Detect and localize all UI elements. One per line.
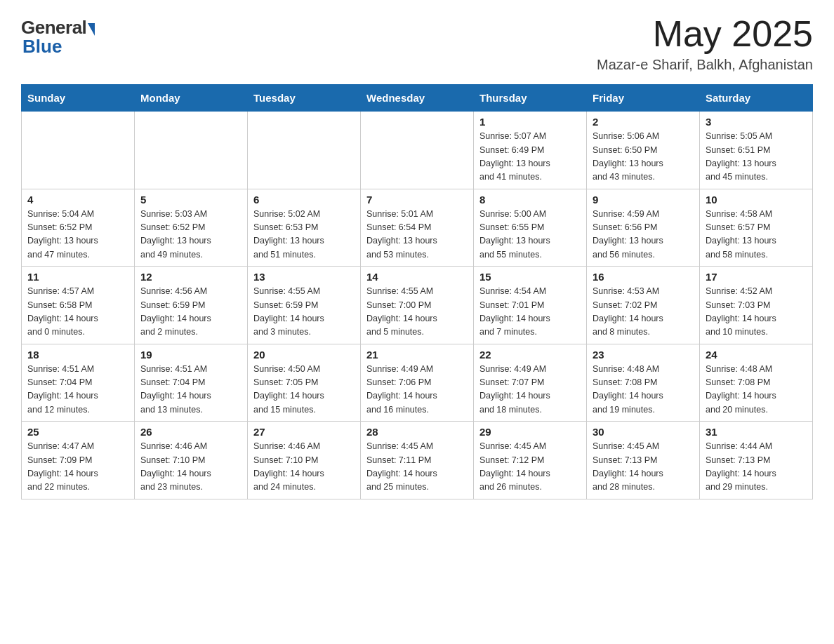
calendar-body: 1Sunrise: 5:07 AM Sunset: 6:49 PM Daylig…	[22, 112, 813, 499]
calendar-cell: 1Sunrise: 5:07 AM Sunset: 6:49 PM Daylig…	[474, 112, 587, 189]
day-info: Sunrise: 4:45 AM Sunset: 7:12 PM Dayligh…	[479, 440, 581, 495]
day-number: 14	[366, 271, 468, 283]
day-info: Sunrise: 4:46 AM Sunset: 7:10 PM Dayligh…	[253, 440, 355, 495]
title-area: May 2025 Mazar-e Sharif, Balkh, Afghanis…	[597, 14, 813, 73]
day-of-week-header: Sunday	[22, 85, 135, 112]
day-number: 24	[706, 349, 807, 361]
calendar-cell: 7Sunrise: 5:01 AM Sunset: 6:54 PM Daylig…	[361, 189, 474, 267]
day-info: Sunrise: 5:04 AM Sunset: 6:52 PM Dayligh…	[27, 208, 128, 262]
calendar-cell: 30Sunrise: 4:45 AM Sunset: 7:13 PM Dayli…	[587, 422, 700, 499]
day-info: Sunrise: 4:47 AM Sunset: 7:09 PM Dayligh…	[27, 440, 128, 495]
day-info: Sunrise: 5:01 AM Sunset: 6:54 PM Dayligh…	[366, 208, 468, 262]
day-number: 10	[706, 194, 807, 206]
calendar-week-row: 4Sunrise: 5:04 AM Sunset: 6:52 PM Daylig…	[22, 189, 813, 267]
calendar-cell: 28Sunrise: 4:45 AM Sunset: 7:11 PM Dayli…	[361, 422, 474, 499]
calendar-week-row: 11Sunrise: 4:57 AM Sunset: 6:58 PM Dayli…	[22, 267, 813, 344]
calendar-cell: 17Sunrise: 4:52 AM Sunset: 7:03 PM Dayli…	[700, 267, 813, 344]
day-number: 19	[140, 349, 241, 361]
day-info: Sunrise: 4:45 AM Sunset: 7:13 PM Dayligh…	[593, 440, 694, 495]
calendar-week-row: 25Sunrise: 4:47 AM Sunset: 7:09 PM Dayli…	[22, 422, 813, 499]
calendar-cell: 2Sunrise: 5:06 AM Sunset: 6:50 PM Daylig…	[587, 112, 700, 189]
day-info: Sunrise: 5:02 AM Sunset: 6:53 PM Dayligh…	[253, 208, 355, 262]
day-number: 29	[479, 426, 581, 438]
calendar-cell: 27Sunrise: 4:46 AM Sunset: 7:10 PM Dayli…	[248, 422, 361, 499]
calendar-table: SundayMondayTuesdayWednesdayThursdayFrid…	[21, 84, 813, 499]
day-of-week-header: Wednesday	[361, 85, 474, 112]
day-info: Sunrise: 4:45 AM Sunset: 7:11 PM Dayligh…	[366, 440, 468, 495]
calendar-cell: 10Sunrise: 4:58 AM Sunset: 6:57 PM Dayli…	[700, 189, 813, 267]
day-info: Sunrise: 4:49 AM Sunset: 7:07 PM Dayligh…	[479, 363, 581, 417]
day-number: 21	[366, 349, 468, 361]
logo-triangle-icon	[88, 23, 95, 36]
day-info: Sunrise: 4:49 AM Sunset: 7:06 PM Dayligh…	[366, 363, 468, 417]
day-info: Sunrise: 4:57 AM Sunset: 6:58 PM Dayligh…	[27, 285, 128, 340]
day-number: 3	[706, 116, 807, 128]
calendar-cell: 9Sunrise: 4:59 AM Sunset: 6:56 PM Daylig…	[587, 189, 700, 267]
day-number: 22	[479, 349, 581, 361]
day-of-week-header: Monday	[135, 85, 248, 112]
day-number: 15	[479, 271, 581, 283]
day-number: 16	[593, 271, 694, 283]
calendar-cell: 14Sunrise: 4:55 AM Sunset: 7:00 PM Dayli…	[361, 267, 474, 344]
calendar-cell: 20Sunrise: 4:50 AM Sunset: 7:05 PM Dayli…	[248, 344, 361, 422]
day-number: 9	[593, 194, 694, 206]
day-number: 26	[140, 426, 241, 438]
day-of-week-header: Saturday	[700, 85, 813, 112]
day-of-week-header: Thursday	[474, 85, 587, 112]
calendar-cell: 23Sunrise: 4:48 AM Sunset: 7:08 PM Dayli…	[587, 344, 700, 422]
day-number: 5	[140, 194, 241, 206]
day-info: Sunrise: 5:06 AM Sunset: 6:50 PM Dayligh…	[593, 130, 694, 185]
day-number: 12	[140, 271, 241, 283]
day-info: Sunrise: 4:54 AM Sunset: 7:01 PM Dayligh…	[479, 285, 581, 340]
calendar-cell: 3Sunrise: 5:05 AM Sunset: 6:51 PM Daylig…	[700, 112, 813, 189]
calendar-cell: 5Sunrise: 5:03 AM Sunset: 6:52 PM Daylig…	[135, 189, 248, 267]
calendar-cell: 6Sunrise: 5:02 AM Sunset: 6:53 PM Daylig…	[248, 189, 361, 267]
day-info: Sunrise: 4:52 AM Sunset: 7:03 PM Dayligh…	[706, 285, 807, 340]
calendar-week-row: 18Sunrise: 4:51 AM Sunset: 7:04 PM Dayli…	[22, 344, 813, 422]
calendar-cell: 12Sunrise: 4:56 AM Sunset: 6:59 PM Dayli…	[135, 267, 248, 344]
day-number: 17	[706, 271, 807, 283]
day-number: 23	[593, 349, 694, 361]
calendar-cell: 13Sunrise: 4:55 AM Sunset: 6:59 PM Dayli…	[248, 267, 361, 344]
month-year-title: May 2025	[597, 14, 813, 54]
day-number: 6	[253, 194, 355, 206]
calendar-cell: 24Sunrise: 4:48 AM Sunset: 7:08 PM Dayli…	[700, 344, 813, 422]
day-number: 8	[479, 194, 581, 206]
day-number: 4	[27, 194, 128, 206]
day-info: Sunrise: 4:51 AM Sunset: 7:04 PM Dayligh…	[140, 363, 241, 417]
day-info: Sunrise: 4:59 AM Sunset: 6:56 PM Dayligh…	[593, 208, 694, 262]
day-info: Sunrise: 4:58 AM Sunset: 6:57 PM Dayligh…	[706, 208, 807, 262]
day-info: Sunrise: 5:03 AM Sunset: 6:52 PM Dayligh…	[140, 208, 241, 262]
calendar-cell: 8Sunrise: 5:00 AM Sunset: 6:55 PM Daylig…	[474, 189, 587, 267]
header: General Blue May 2025 Mazar-e Sharif, Ba…	[21, 14, 813, 73]
day-number: 7	[366, 194, 468, 206]
calendar-cell: 15Sunrise: 4:54 AM Sunset: 7:01 PM Dayli…	[474, 267, 587, 344]
calendar-cell: 25Sunrise: 4:47 AM Sunset: 7:09 PM Dayli…	[22, 422, 135, 499]
day-info: Sunrise: 4:46 AM Sunset: 7:10 PM Dayligh…	[140, 440, 241, 495]
day-info: Sunrise: 4:56 AM Sunset: 6:59 PM Dayligh…	[140, 285, 241, 340]
day-info: Sunrise: 4:53 AM Sunset: 7:02 PM Dayligh…	[593, 285, 694, 340]
day-number: 18	[27, 349, 128, 361]
day-number: 11	[27, 271, 128, 283]
calendar-cell: 26Sunrise: 4:46 AM Sunset: 7:10 PM Dayli…	[135, 422, 248, 499]
days-of-week-row: SundayMondayTuesdayWednesdayThursdayFrid…	[22, 85, 813, 112]
day-number: 28	[366, 426, 468, 438]
day-number: 31	[706, 426, 807, 438]
day-number: 13	[253, 271, 355, 283]
calendar-cell: 22Sunrise: 4:49 AM Sunset: 7:07 PM Dayli…	[474, 344, 587, 422]
location-subtitle: Mazar-e Sharif, Balkh, Afghanistan	[597, 57, 813, 73]
day-info: Sunrise: 4:55 AM Sunset: 6:59 PM Dayligh…	[253, 285, 355, 340]
day-info: Sunrise: 5:07 AM Sunset: 6:49 PM Dayligh…	[479, 130, 581, 185]
day-info: Sunrise: 4:48 AM Sunset: 7:08 PM Dayligh…	[593, 363, 694, 417]
day-number: 1	[479, 116, 581, 128]
calendar-cell: 16Sunrise: 4:53 AM Sunset: 7:02 PM Dayli…	[587, 267, 700, 344]
calendar-cell: 18Sunrise: 4:51 AM Sunset: 7:04 PM Dayli…	[22, 344, 135, 422]
day-of-week-header: Tuesday	[248, 85, 361, 112]
day-number: 25	[27, 426, 128, 438]
day-info: Sunrise: 4:44 AM Sunset: 7:13 PM Dayligh…	[706, 440, 807, 495]
calendar-cell	[135, 112, 248, 189]
day-number: 27	[253, 426, 355, 438]
day-info: Sunrise: 5:00 AM Sunset: 6:55 PM Dayligh…	[479, 208, 581, 262]
calendar-cell	[22, 112, 135, 189]
calendar-cell: 29Sunrise: 4:45 AM Sunset: 7:12 PM Dayli…	[474, 422, 587, 499]
